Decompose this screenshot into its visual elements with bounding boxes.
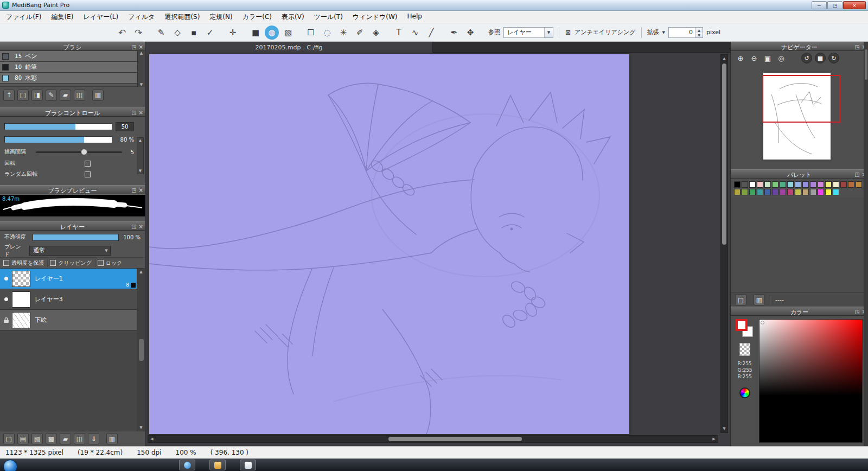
color-picker-cursor[interactable]	[761, 321, 764, 324]
redo-button[interactable]: ↷	[131, 26, 145, 40]
divide-tool[interactable]: ╱	[424, 26, 438, 40]
menu-item[interactable]: Help	[403, 11, 427, 23]
scroll-left-icon[interactable]: ◀	[148, 437, 156, 441]
popout-icon[interactable]: ◳	[131, 109, 136, 116]
fill-tool[interactable]: ■	[248, 26, 263, 40]
close-icon[interactable]: ×	[139, 187, 143, 194]
palette-swatch[interactable]	[840, 181, 847, 188]
palette-swatch[interactable]	[802, 189, 809, 195]
add-brush-icon[interactable]: □	[17, 90, 29, 101]
zoom-out-icon[interactable]: ⊖	[749, 53, 760, 63]
menu-item[interactable]: カラー(C)	[238, 11, 277, 23]
reference-select[interactable]: レイヤー ▼	[503, 27, 553, 38]
palette-swatch[interactable]	[764, 189, 771, 195]
visibility-icon[interactable]	[0, 277, 12, 281]
visibility-icon[interactable]	[0, 297, 12, 301]
palette-swatch[interactable]	[787, 181, 794, 188]
palette-swatch[interactable]	[749, 189, 756, 195]
start-button[interactable]	[3, 460, 17, 471]
upload-brush-icon[interactable]: ↑	[3, 90, 15, 101]
palette-swatch[interactable]	[780, 189, 786, 195]
palette-swatch[interactable]	[734, 181, 741, 188]
palette-swatch[interactable]	[825, 181, 832, 188]
select-lasso-tool[interactable]: ◌	[320, 26, 334, 40]
magic-wand-tool[interactable]: ✳	[336, 26, 350, 40]
text-tool[interactable]: T	[392, 26, 406, 40]
add-color-icon[interactable]: □	[735, 294, 746, 305]
add-8bit-layer-icon[interactable]: ▤	[17, 433, 29, 444]
rotate-ccw-icon[interactable]: ↺	[801, 53, 812, 63]
close-icon[interactable]: ×	[139, 223, 143, 230]
foreground-background-swatches[interactable]	[736, 319, 754, 339]
scroll-right-icon[interactable]: ▶	[710, 437, 718, 441]
menu-item[interactable]: 編集(E)	[46, 11, 78, 23]
rotate-cw-icon[interactable]: ↻	[828, 53, 839, 63]
protect-alpha-checkbox[interactable]	[3, 260, 9, 266]
popout-icon[interactable]: ◳	[854, 171, 859, 178]
menu-item[interactable]: レイヤー(L)	[78, 11, 123, 23]
taskbar-app-3[interactable]	[240, 460, 256, 470]
edit-brush-icon[interactable]: ✎	[46, 90, 57, 101]
delete-brush-icon[interactable]: ▥	[92, 90, 104, 101]
select-pen-tool[interactable]: ✐	[353, 26, 367, 40]
navigator-preview[interactable]	[731, 65, 868, 169]
menu-item[interactable]: ファイル(F)	[1, 11, 46, 23]
transparent-color-swatch[interactable]	[739, 343, 750, 356]
popout-icon[interactable]: ◳	[131, 43, 136, 50]
palette-swatch[interactable]	[795, 189, 801, 195]
menu-item[interactable]: 定規(N)	[205, 11, 237, 23]
fit-screen-icon[interactable]: ▣	[762, 53, 773, 63]
popout-icon[interactable]: ◳	[131, 187, 136, 194]
reset-rotation-icon[interactable]: ■	[815, 53, 826, 63]
hand-tool[interactable]: ✥	[463, 26, 477, 40]
foreground-color-swatch[interactable]	[736, 319, 748, 331]
rotation-checkbox[interactable]	[85, 161, 91, 167]
palette-swatch[interactable]	[772, 181, 778, 188]
menu-item[interactable]: フィルタ	[123, 11, 159, 23]
palette-swatch[interactable]	[833, 189, 839, 195]
popout-icon[interactable]: ◳	[854, 43, 859, 50]
spinner[interactable]: ▲▼	[695, 28, 703, 37]
eraser-tool[interactable]: ◇	[170, 26, 184, 40]
palette-swatch[interactable]	[848, 181, 854, 188]
scroll-down-icon[interactable]: ▼	[723, 425, 725, 432]
palette-swatch[interactable]	[856, 181, 862, 188]
palette-swatch[interactable]	[833, 181, 839, 188]
brush-size-slider[interactable]	[4, 123, 112, 130]
delete-layer-icon[interactable]: ▥	[106, 433, 118, 444]
merge-layer-icon[interactable]: ⇓	[88, 433, 99, 444]
layer-list-scrollbar[interactable]: ▲▼	[137, 269, 145, 431]
duplicate-brush-icon[interactable]: ◫	[74, 90, 85, 101]
palette-swatch[interactable]	[802, 181, 809, 188]
brush-list-item[interactable]: 10鉛筆	[0, 62, 137, 73]
popout-icon[interactable]: ◳	[854, 308, 859, 315]
expand-value-input[interactable]: 0 ▲▼	[668, 27, 703, 38]
select-eraser-tool[interactable]: ◈	[369, 26, 383, 40]
vertical-scrollbar[interactable]: ▲ ▼	[720, 54, 728, 433]
menu-item[interactable]: 選択範囲(S)	[159, 11, 205, 23]
lock-icon[interactable]	[0, 317, 12, 323]
viewport-rectangle[interactable]	[762, 75, 840, 123]
menu-item[interactable]: 表示(V)	[277, 11, 309, 23]
menu-item[interactable]: ツール(T)	[309, 11, 348, 23]
hscroll-thumb[interactable]	[388, 437, 521, 441]
horizontal-scrollbar[interactable]: ◀ ▶	[148, 435, 718, 443]
palette-swatch[interactable]	[772, 189, 778, 195]
add-brush-menu-icon[interactable]: ◨	[31, 90, 43, 101]
add-layer-icon[interactable]: □	[3, 433, 15, 444]
bucket-tool[interactable]: ◍	[265, 26, 279, 40]
brush-opacity-slider[interactable]	[4, 136, 112, 143]
palette-swatch[interactable]	[780, 181, 786, 188]
chevron-down-icon[interactable]: ▼	[662, 30, 665, 35]
palette-swatch[interactable]	[787, 189, 794, 195]
brush-list-item[interactable]: 80水彩	[0, 73, 137, 84]
blend-mode-select[interactable]: 通常 ▼	[29, 246, 111, 256]
document-tab[interactable]: 20170205.mdp - C:/fig	[145, 42, 433, 53]
undo-button[interactable]: ↶	[115, 26, 129, 40]
zoom-in-icon[interactable]: ⊕	[735, 53, 746, 63]
palette-swatch[interactable]	[810, 181, 816, 188]
palette-swatch[interactable]	[734, 189, 741, 195]
random-rotation-checkbox[interactable]	[85, 171, 91, 177]
layer-row[interactable]: レイヤー3	[0, 289, 137, 310]
brush-list-item[interactable]: 15ペン	[0, 51, 137, 62]
